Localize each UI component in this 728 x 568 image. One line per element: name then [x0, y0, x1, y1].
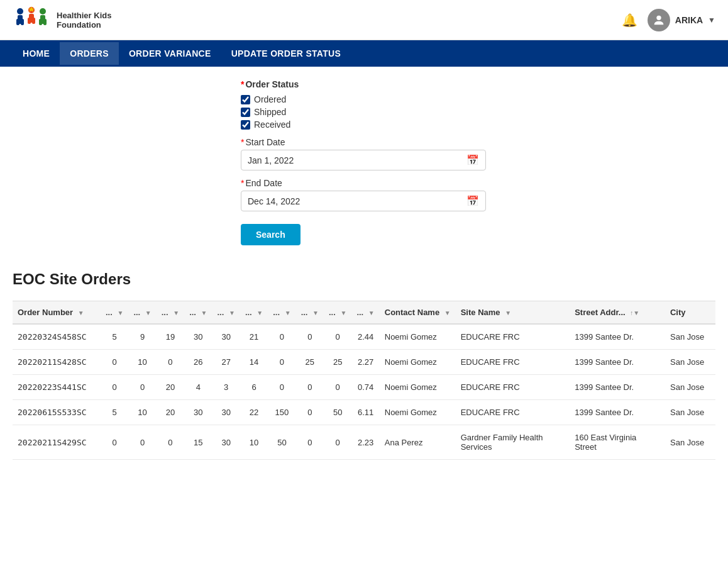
end-date-input[interactable] — [248, 196, 466, 206]
cell-street-addr: 1399 Santee Dr. — [570, 324, 665, 350]
th-street-addr[interactable]: Street Addr... ↑▼ — [570, 301, 665, 325]
user-menu[interactable]: ARIKA ▼ — [648, 9, 715, 31]
logo-text: Healthier Kids Foundation — [57, 11, 111, 30]
th-col6[interactable]: ... ▼ — [240, 301, 268, 325]
end-date-group: *End Date 📅 — [241, 178, 715, 211]
cell-col3: 15 — [184, 425, 212, 460]
svg-rect-11 — [43, 19, 47, 25]
cell-contact-name: Noemi Gomez — [380, 324, 456, 350]
cell-col8: 0 — [324, 375, 351, 400]
nav-item-order-variance[interactable]: ORDER VARIANCE — [119, 42, 221, 65]
th-col8[interactable]: ... ▼ — [296, 301, 324, 325]
th-col9[interactable]: ... ▼ — [324, 301, 351, 325]
start-date-group: *Start Date 📅 — [241, 137, 715, 170]
table-title: EOC Site Orders — [13, 270, 715, 288]
nav-item-orders[interactable]: ORDERS — [60, 42, 119, 65]
cell-contact-name: Noemi Gomez — [380, 350, 456, 375]
cell-col6: 50 — [268, 425, 295, 460]
logo-area: Healthier Kids Foundation — [13, 5, 111, 35]
cell-col0: 0 — [101, 425, 128, 460]
sort-icon-col2: ▼ — [145, 309, 152, 316]
cell-col6: 0 — [268, 324, 295, 350]
cell-col7: 25 — [296, 350, 324, 375]
cell-col5: 14 — [240, 350, 268, 375]
cell-street-addr: 1399 Santee Dr. — [570, 375, 665, 400]
svg-point-8 — [40, 8, 46, 14]
th-col10[interactable]: ... ▼ — [351, 301, 379, 325]
cell-col0: 5 — [101, 400, 128, 425]
th-col4[interactable]: ... ▼ — [184, 301, 212, 325]
cell-col1: 9 — [128, 324, 156, 350]
start-date-calendar-icon[interactable]: 📅 — [466, 154, 479, 166]
checkbox-ordered-input[interactable] — [241, 95, 250, 104]
cell-col8: 0 — [324, 425, 351, 460]
start-date-label: *Start Date — [241, 137, 715, 147]
end-date-calendar-icon[interactable]: 📅 — [466, 195, 479, 207]
cell-order-number: 20220223S441SC — [13, 375, 101, 400]
cell-col0: 0 — [101, 350, 128, 375]
sort-icon-col10: ▼ — [368, 309, 375, 316]
checkbox-shipped[interactable]: Shipped — [241, 107, 715, 117]
bell-icon[interactable]: 🔔 — [622, 13, 637, 28]
sort-icon-col9: ▼ — [340, 309, 346, 316]
th-contact-name[interactable]: Contact Name ▼ — [380, 301, 456, 325]
avatar — [648, 9, 670, 31]
svg-rect-3 — [21, 19, 24, 25]
sort-icon-order: ▼ — [78, 309, 84, 316]
cell-site-name: EDUCARE FRC — [456, 400, 570, 425]
cell-col3: 30 — [184, 324, 212, 350]
cell-col4: 30 — [212, 324, 240, 350]
cell-col7: 0 — [296, 400, 324, 425]
cell-col2: 0 — [157, 425, 184, 460]
checkbox-ordered[interactable]: Ordered — [241, 94, 715, 104]
cell-col1: 0 — [128, 375, 156, 400]
th-site-name[interactable]: Site Name ▼ — [456, 301, 570, 325]
cell-contact-name: Noemi Gomez — [380, 375, 456, 400]
user-avatar-icon — [652, 13, 666, 27]
checkbox-shipped-input[interactable] — [241, 108, 250, 117]
cell-col9: 2.23 — [351, 425, 379, 460]
table-section: EOC Site Orders Order Number ▼ ... ▼ ...… — [0, 258, 728, 472]
th-col3[interactable]: ... ▼ — [157, 301, 184, 325]
sort-icon-col7: ▼ — [285, 309, 291, 316]
cell-col6: 0 — [268, 375, 295, 400]
th-col7[interactable]: ... ▼ — [268, 301, 295, 325]
cell-site-name: EDUCARE FRC — [456, 350, 570, 375]
header: Healthier Kids Foundation 🔔 ARIKA ▼ — [0, 0, 728, 40]
end-date-input-wrapper: 📅 — [241, 191, 486, 211]
cell-order-number: 20220324S458SC — [13, 324, 101, 350]
sort-icon-site: ▼ — [505, 309, 511, 316]
th-col2[interactable]: ... ▼ — [128, 301, 156, 325]
order-status-checkboxes: Ordered Shipped Received — [241, 94, 715, 130]
cell-col9: 0.74 — [351, 375, 379, 400]
order-status-label: *Order Status — [241, 79, 715, 89]
checkbox-received-input[interactable] — [241, 120, 250, 130]
sort-icon-col5: ▼ — [229, 309, 235, 316]
user-name-label: ARIKA — [675, 15, 703, 25]
svg-rect-7 — [32, 18, 35, 24]
cell-col5: 10 — [240, 425, 268, 460]
nav-item-update-order-status[interactable]: UPDATE ORDER STATUS — [221, 42, 351, 65]
chevron-down-icon: ▼ — [708, 16, 715, 25]
cell-order-number: 20220211S428SC — [13, 350, 101, 375]
cell-col9: 6.11 — [351, 400, 379, 425]
th-col1[interactable]: ... ▼ — [101, 301, 128, 325]
sort-icon-col1: ▼ — [117, 309, 123, 316]
table-row: 20220615S533SC510203030221500506.11Noemi… — [13, 400, 715, 425]
checkbox-shipped-label: Shipped — [254, 107, 286, 117]
table-row: 20220211S428SC0100262714025252.27Noemi G… — [13, 350, 715, 375]
cell-order-number: 20220615S533SC — [13, 400, 101, 425]
cell-col5: 22 — [240, 400, 268, 425]
checkbox-received[interactable]: Received — [241, 120, 715, 130]
logo-icon — [13, 5, 50, 35]
cell-col0: 0 — [101, 375, 128, 400]
cell-col1: 10 — [128, 350, 156, 375]
cell-col7: 0 — [296, 375, 324, 400]
search-button[interactable]: Search — [241, 224, 301, 245]
cell-city: San Jose — [665, 350, 715, 375]
nav-item-home[interactable]: HOME — [13, 42, 60, 65]
th-col5[interactable]: ... ▼ — [212, 301, 240, 325]
start-date-input[interactable] — [248, 155, 466, 165]
th-order-number[interactable]: Order Number ▼ — [13, 301, 101, 325]
orders-table: Order Number ▼ ... ▼ ... ▼ ... ▼ ... ▼ — [13, 301, 715, 460]
